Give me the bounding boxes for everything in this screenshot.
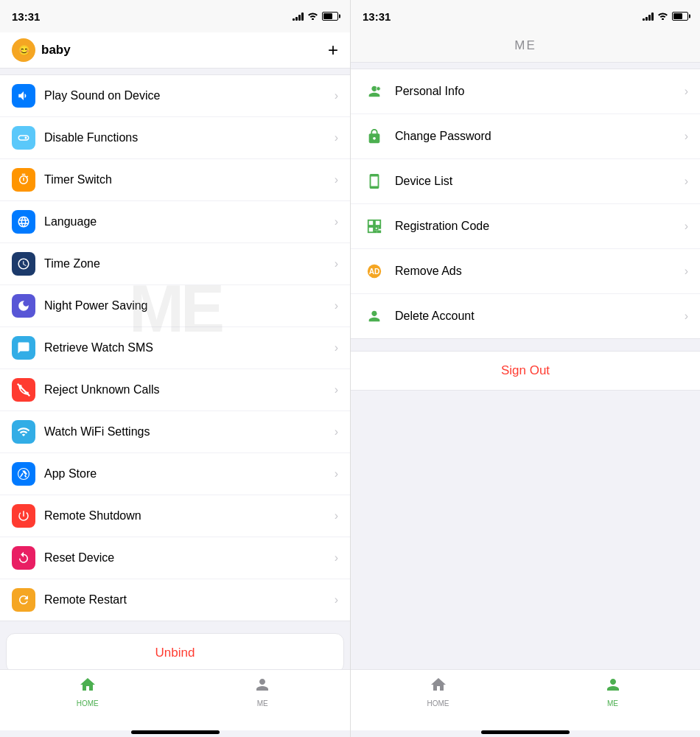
reset-device-icon	[12, 546, 35, 570]
change-password-label: Change Password	[395, 130, 685, 143]
svg-text:AD: AD	[369, 268, 380, 276]
night-power-saving-icon	[12, 294, 35, 318]
watch-wifi-settings-icon	[12, 420, 35, 444]
right-nav-me-label: ME	[607, 699, 618, 708]
left-scroll-content: ME Play Sound on Device › Disable Functi…	[0, 69, 350, 669]
right-header: ME	[351, 32, 700, 63]
change-password-chevron: ›	[685, 130, 688, 143]
right-status-icons	[643, 11, 688, 22]
reject-unknown-calls-label: Reject Unknown Calls	[44, 383, 335, 397]
menu-item-watch-wifi-settings[interactable]: Watch WiFi Settings ›	[0, 411, 350, 453]
right-wifi-icon	[657, 11, 668, 22]
right-menu-item-change-password[interactable]: Change Password ›	[351, 114, 700, 159]
personal-info-chevron: ›	[685, 85, 688, 98]
menu-item-time-zone[interactable]: Time Zone ›	[0, 243, 350, 285]
left-menu-section: Play Sound on Device › Disable Functions…	[0, 74, 350, 621]
svg-rect-8	[375, 231, 377, 232]
timer-switch-icon	[12, 168, 35, 192]
menu-item-language[interactable]: Language ›	[0, 201, 350, 243]
svg-rect-7	[379, 227, 380, 228]
play-sound-label: Play Sound on Device	[44, 89, 335, 102]
sign-out-button[interactable]: Sign Out	[501, 363, 550, 377]
left-wifi-icon	[307, 11, 318, 22]
svg-rect-9	[378, 231, 381, 232]
reject-unknown-calls-chevron: ›	[335, 383, 338, 397]
reset-device-chevron: ›	[335, 551, 338, 565]
svg-rect-5	[368, 227, 374, 232]
right-spacer	[351, 339, 700, 351]
menu-item-disable-functions[interactable]: Disable Functions ›	[0, 117, 350, 159]
home-icon	[79, 676, 97, 698]
menu-item-remote-shutdown[interactable]: Remote Shutdown ›	[0, 495, 350, 537]
right-signal-icon	[643, 12, 654, 21]
right-nav-home[interactable]: HOME	[351, 676, 525, 708]
right-panel: 13:31 ME ME	[350, 0, 700, 737]
right-menu-item-personal-info[interactable]: Personal Info ›	[351, 69, 700, 114]
disable-functions-chevron: ›	[335, 131, 338, 144]
right-menu-item-device-list[interactable]: Device List ›	[351, 159, 700, 204]
menu-item-reject-unknown-calls[interactable]: Reject Unknown Calls ›	[0, 369, 350, 411]
menu-item-retrieve-watch-sms[interactable]: Retrieve Watch SMS ›	[0, 327, 350, 369]
right-time: 13:31	[363, 10, 391, 23]
left-nav-me-label: ME	[257, 699, 268, 708]
left-nav-home[interactable]: HOME	[0, 676, 175, 708]
disable-functions-label: Disable Functions	[44, 131, 335, 144]
right-menu-section: Personal Info › Change Password › Device…	[351, 69, 700, 339]
retrieve-watch-sms-icon	[12, 336, 35, 360]
svg-point-2	[377, 87, 381, 91]
retrieve-watch-sms-chevron: ›	[335, 341, 338, 354]
night-power-saving-label: Night Power Saving	[44, 299, 335, 312]
personal-info-icon	[363, 80, 386, 103]
right-menu-item-registration-code[interactable]: Registration Code ›	[351, 204, 700, 249]
disable-functions-icon	[12, 126, 35, 150]
right-status-bar: 13:31	[351, 0, 700, 32]
sign-out-section: Sign Out	[351, 351, 700, 391]
add-button[interactable]: +	[328, 41, 338, 59]
right-menu-item-delete-account[interactable]: Delete Account ›	[351, 294, 700, 338]
menu-item-play-sound[interactable]: Play Sound on Device ›	[0, 75, 350, 117]
remote-restart-label: Remote Restart	[44, 593, 335, 607]
right-menu-item-remove-ads[interactable]: AD Remove Ads ›	[351, 249, 700, 294]
avatar: 😊	[12, 38, 35, 62]
app-store-icon	[12, 462, 35, 486]
time-zone-label: Time Zone	[44, 257, 335, 270]
right-home-indicator	[481, 730, 570, 734]
menu-item-night-power-saving[interactable]: Night Power Saving ›	[0, 285, 350, 327]
left-panel: 13:31 😊 baby + ME	[0, 0, 350, 737]
right-bottom-nav: HOME ME	[351, 669, 700, 730]
remote-shutdown-label: Remote Shutdown	[44, 509, 335, 523]
left-battery-icon	[322, 12, 338, 21]
right-me-icon	[604, 676, 622, 698]
device-list-label: Device List	[395, 175, 685, 188]
left-time: 13:31	[12, 10, 40, 23]
unbind-button[interactable]: Unbind	[155, 646, 195, 660]
remove-ads-chevron: ›	[685, 265, 688, 278]
reject-unknown-calls-icon	[12, 378, 35, 402]
night-power-saving-chevron: ›	[335, 299, 338, 312]
unbind-section: Unbind	[6, 633, 344, 669]
reset-device-label: Reset Device	[44, 551, 335, 565]
language-chevron: ›	[335, 215, 338, 228]
device-name: baby	[41, 43, 71, 57]
left-nav-me[interactable]: ME	[175, 676, 351, 708]
right-battery-icon	[672, 12, 688, 21]
left-status-bar: 13:31	[0, 0, 350, 32]
remove-ads-label: Remove Ads	[395, 265, 685, 278]
personal-info-label: Personal Info	[395, 85, 685, 98]
left-header-left: 😊 baby	[12, 38, 71, 62]
menu-item-remote-restart[interactable]: Remote Restart ›	[0, 579, 350, 621]
menu-item-reset-device[interactable]: Reset Device ›	[0, 537, 350, 579]
menu-item-app-store[interactable]: App Store ›	[0, 453, 350, 495]
svg-rect-4	[375, 220, 380, 226]
left-status-icons	[293, 11, 338, 22]
watch-wifi-settings-chevron: ›	[335, 425, 338, 439]
left-home-indicator	[131, 730, 220, 734]
right-header-title: ME	[514, 38, 536, 52]
svg-line-0	[18, 384, 30, 397]
menu-item-timer-switch[interactable]: Timer Switch ›	[0, 159, 350, 201]
left-nav-home-label: HOME	[77, 699, 99, 708]
timer-switch-label: Timer Switch	[44, 173, 335, 186]
right-nav-me[interactable]: ME	[525, 676, 700, 708]
registration-code-chevron: ›	[685, 220, 688, 233]
language-icon	[12, 210, 35, 234]
